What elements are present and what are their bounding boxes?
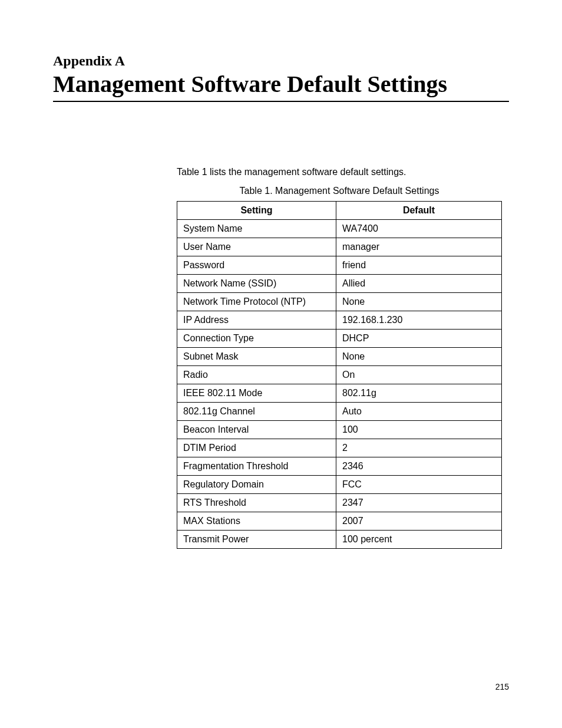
- col-header-default: Default: [336, 202, 502, 220]
- cell-setting: Fragmentation Threshold: [177, 457, 336, 476]
- cell-setting: User Name: [177, 238, 336, 256]
- table-row: Subnet MaskNone: [177, 348, 502, 366]
- cell-setting: Regulatory Domain: [177, 476, 336, 494]
- table-row: Transmit Power100 percent: [177, 531, 502, 549]
- cell-default: None: [336, 293, 502, 311]
- table-row: DTIM Period2: [177, 439, 502, 457]
- table-row: System NameWA7400: [177, 220, 502, 238]
- cell-setting: System Name: [177, 220, 336, 238]
- cell-default: 2346: [336, 457, 502, 476]
- cell-setting: Subnet Mask: [177, 348, 336, 366]
- cell-default: Allied: [336, 275, 502, 293]
- cell-default: 100: [336, 421, 502, 439]
- cell-default: friend: [336, 256, 502, 275]
- cell-setting: IP Address: [177, 311, 336, 330]
- cell-setting: 802.11g Channel: [177, 403, 336, 421]
- cell-setting: Transmit Power: [177, 531, 336, 549]
- header-block: Appendix A Management Software Default S…: [53, 53, 509, 102]
- table-row: IP Address192.168.1.230: [177, 311, 502, 330]
- table-header-row: Setting Default: [177, 202, 502, 220]
- cell-default: 2: [336, 439, 502, 457]
- table-row: 802.11g ChannelAuto: [177, 403, 502, 421]
- cell-default: None: [336, 348, 502, 366]
- intro-paragraph: Table 1 lists the management software de…: [177, 167, 509, 177]
- table-row: Fragmentation Threshold2346: [177, 457, 502, 476]
- table-row: MAX Stations2007: [177, 512, 502, 531]
- cell-setting: Network Name (SSID): [177, 275, 336, 293]
- cell-setting: Network Time Protocol (NTP): [177, 293, 336, 311]
- cell-default: 2347: [336, 494, 502, 512]
- cell-default: 100 percent: [336, 531, 502, 549]
- cell-default: 2007: [336, 512, 502, 531]
- settings-table: Setting Default System NameWA7400 User N…: [177, 201, 502, 549]
- cell-setting: DTIM Period: [177, 439, 336, 457]
- page-number: 215: [495, 682, 509, 691]
- col-header-setting: Setting: [177, 202, 336, 220]
- table-row: Network Time Protocol (NTP)None: [177, 293, 502, 311]
- table-row: Network Name (SSID)Allied: [177, 275, 502, 293]
- table-row: Connection TypeDHCP: [177, 330, 502, 348]
- table-row: RTS Threshold2347: [177, 494, 502, 512]
- cell-setting: IEEE 802.11 Mode: [177, 384, 336, 403]
- cell-default: On: [336, 366, 502, 384]
- cell-setting: RTS Threshold: [177, 494, 336, 512]
- cell-setting: MAX Stations: [177, 512, 336, 531]
- cell-setting: Password: [177, 256, 336, 275]
- cell-default: WA7400: [336, 220, 502, 238]
- cell-default: FCC: [336, 476, 502, 494]
- cell-default: manager: [336, 238, 502, 256]
- table-row: RadioOn: [177, 366, 502, 384]
- cell-setting: Beacon Interval: [177, 421, 336, 439]
- body-content: Table 1 lists the management software de…: [177, 167, 509, 549]
- cell-default: 192.168.1.230: [336, 311, 502, 330]
- cell-default: 802.11g: [336, 384, 502, 403]
- page-container: Appendix A Management Software Default S…: [0, 0, 562, 728]
- cell-default: Auto: [336, 403, 502, 421]
- page-title: Management Software Default Settings: [53, 71, 509, 102]
- table-row: Beacon Interval100: [177, 421, 502, 439]
- appendix-label: Appendix A: [53, 53, 509, 69]
- cell-default: DHCP: [336, 330, 502, 348]
- cell-setting: Radio: [177, 366, 336, 384]
- table-row: Passwordfriend: [177, 256, 502, 275]
- table-row: IEEE 802.11 Mode802.11g: [177, 384, 502, 403]
- table-caption: Table 1. Management Software Default Set…: [177, 186, 502, 196]
- cell-setting: Connection Type: [177, 330, 336, 348]
- table-row: User Namemanager: [177, 238, 502, 256]
- table-row: Regulatory DomainFCC: [177, 476, 502, 494]
